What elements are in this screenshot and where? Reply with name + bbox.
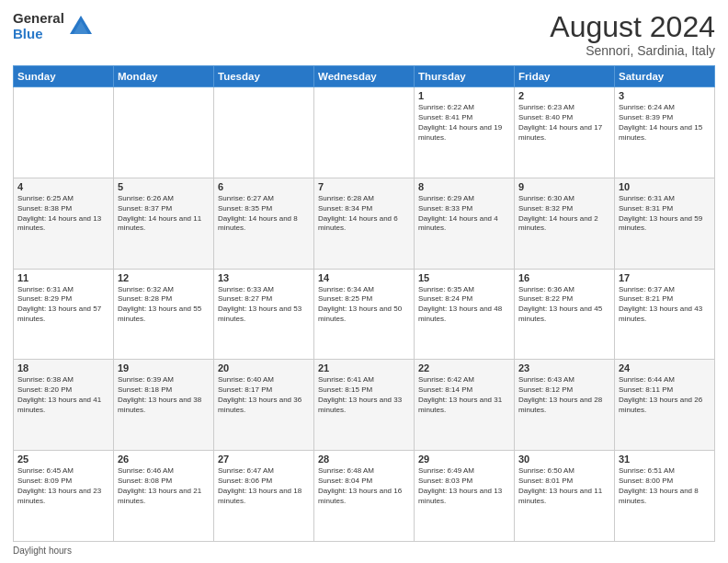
calendar-cell: 21Sunrise: 6:41 AM Sunset: 8:15 PM Dayli…: [314, 360, 415, 451]
day-info: Sunrise: 6:26 AM Sunset: 8:37 PM Dayligh…: [118, 194, 210, 234]
day-info: Sunrise: 6:48 AM Sunset: 8:04 PM Dayligh…: [318, 466, 410, 506]
calendar-cell: 6Sunrise: 6:27 AM Sunset: 8:35 PM Daylig…: [214, 178, 314, 269]
calendar-week-row: 1Sunrise: 6:22 AM Sunset: 8:41 PM Daylig…: [14, 87, 715, 178]
day-number: 20: [218, 362, 310, 373]
calendar-cell: [14, 87, 114, 178]
calendar-week-row: 11Sunrise: 6:31 AM Sunset: 8:29 PM Dayli…: [14, 269, 715, 360]
day-info: Sunrise: 6:47 AM Sunset: 8:06 PM Dayligh…: [218, 466, 310, 506]
day-info: Sunrise: 6:34 AM Sunset: 8:25 PM Dayligh…: [318, 285, 410, 325]
calendar-cell: 26Sunrise: 6:46 AM Sunset: 8:08 PM Dayli…: [114, 451, 214, 542]
calendar-cell: 29Sunrise: 6:49 AM Sunset: 8:03 PM Dayli…: [415, 451, 515, 542]
calendar-header-wednesday: Wednesday: [314, 66, 415, 87]
day-number: 31: [619, 454, 711, 465]
calendar-cell: [314, 87, 415, 178]
day-info: Sunrise: 6:29 AM Sunset: 8:33 PM Dayligh…: [418, 194, 510, 234]
calendar-header-friday: Friday: [515, 66, 615, 87]
calendar-header-saturday: Saturday: [615, 66, 715, 87]
day-info: Sunrise: 6:38 AM Sunset: 8:20 PM Dayligh…: [17, 375, 109, 415]
calendar-cell: 18Sunrise: 6:38 AM Sunset: 8:20 PM Dayli…: [14, 360, 114, 451]
day-info: Sunrise: 6:42 AM Sunset: 8:14 PM Dayligh…: [418, 375, 510, 415]
day-info: Sunrise: 6:40 AM Sunset: 8:17 PM Dayligh…: [218, 375, 310, 415]
day-number: 21: [318, 362, 410, 373]
calendar-cell: 28Sunrise: 6:48 AM Sunset: 8:04 PM Dayli…: [314, 451, 415, 542]
day-info: Sunrise: 6:37 AM Sunset: 8:21 PM Dayligh…: [619, 285, 711, 325]
day-number: 5: [118, 181, 210, 192]
day-info: Sunrise: 6:46 AM Sunset: 8:08 PM Dayligh…: [118, 466, 210, 506]
calendar-cell: 5Sunrise: 6:26 AM Sunset: 8:37 PM Daylig…: [114, 178, 214, 269]
calendar-cell: 13Sunrise: 6:33 AM Sunset: 8:27 PM Dayli…: [214, 269, 314, 360]
day-info: Sunrise: 6:43 AM Sunset: 8:12 PM Dayligh…: [518, 375, 610, 415]
day-number: 4: [17, 181, 109, 192]
calendar-cell: 12Sunrise: 6:32 AM Sunset: 8:28 PM Dayli…: [114, 269, 214, 360]
day-info: Sunrise: 6:31 AM Sunset: 8:31 PM Dayligh…: [619, 194, 711, 234]
calendar-week-row: 18Sunrise: 6:38 AM Sunset: 8:20 PM Dayli…: [14, 360, 715, 451]
day-number: 22: [418, 362, 510, 373]
day-number: 3: [619, 90, 711, 101]
day-info: Sunrise: 6:30 AM Sunset: 8:32 PM Dayligh…: [518, 194, 610, 234]
calendar-cell: [114, 87, 214, 178]
day-info: Sunrise: 6:39 AM Sunset: 8:18 PM Dayligh…: [118, 375, 210, 415]
day-number: 15: [418, 272, 510, 283]
logo: General Blue: [13, 11, 94, 41]
calendar-header-row: SundayMondayTuesdayWednesdayThursdayFrid…: [14, 66, 715, 87]
day-info: Sunrise: 6:50 AM Sunset: 8:01 PM Dayligh…: [518, 466, 610, 506]
calendar-cell: 17Sunrise: 6:37 AM Sunset: 8:21 PM Dayli…: [615, 269, 715, 360]
day-info: Sunrise: 6:27 AM Sunset: 8:35 PM Dayligh…: [218, 194, 310, 234]
calendar-header-monday: Monday: [114, 66, 214, 87]
day-number: 2: [518, 90, 610, 101]
title-block: August 2024 Sennori, Sardinia, Italy: [550, 11, 715, 58]
day-info: Sunrise: 6:35 AM Sunset: 8:24 PM Dayligh…: [418, 285, 510, 325]
day-info: Sunrise: 6:49 AM Sunset: 8:03 PM Dayligh…: [418, 466, 510, 506]
logo-general: General: [13, 11, 64, 27]
calendar-cell: 25Sunrise: 6:45 AM Sunset: 8:09 PM Dayli…: [14, 451, 114, 542]
day-info: Sunrise: 6:45 AM Sunset: 8:09 PM Dayligh…: [17, 466, 109, 506]
day-number: 27: [218, 454, 310, 465]
calendar-cell: 10Sunrise: 6:31 AM Sunset: 8:31 PM Dayli…: [615, 178, 715, 269]
day-number: 9: [518, 181, 610, 192]
day-number: 19: [118, 362, 210, 373]
day-info: Sunrise: 6:51 AM Sunset: 8:00 PM Dayligh…: [619, 466, 711, 506]
day-info: Sunrise: 6:41 AM Sunset: 8:15 PM Dayligh…: [318, 375, 410, 415]
day-info: Sunrise: 6:22 AM Sunset: 8:41 PM Dayligh…: [418, 103, 510, 143]
day-number: 6: [218, 181, 310, 192]
calendar-cell: 20Sunrise: 6:40 AM Sunset: 8:17 PM Dayli…: [214, 360, 314, 451]
calendar-cell: 7Sunrise: 6:28 AM Sunset: 8:34 PM Daylig…: [314, 178, 415, 269]
calendar-cell: 1Sunrise: 6:22 AM Sunset: 8:41 PM Daylig…: [415, 87, 515, 178]
day-info: Sunrise: 6:28 AM Sunset: 8:34 PM Dayligh…: [318, 194, 410, 234]
day-number: 26: [118, 454, 210, 465]
calendar-cell: 11Sunrise: 6:31 AM Sunset: 8:29 PM Dayli…: [14, 269, 114, 360]
calendar-week-row: 4Sunrise: 6:25 AM Sunset: 8:38 PM Daylig…: [14, 178, 715, 269]
day-number: 11: [17, 272, 109, 283]
day-info: Sunrise: 6:23 AM Sunset: 8:40 PM Dayligh…: [518, 103, 610, 143]
calendar-cell: 3Sunrise: 6:24 AM Sunset: 8:39 PM Daylig…: [615, 87, 715, 178]
day-number: 7: [318, 181, 410, 192]
day-number: 18: [17, 362, 109, 373]
day-number: 8: [418, 181, 510, 192]
day-number: 25: [17, 454, 109, 465]
calendar-cell: [214, 87, 314, 178]
calendar-header-sunday: Sunday: [14, 66, 114, 87]
calendar-cell: 2Sunrise: 6:23 AM Sunset: 8:40 PM Daylig…: [515, 87, 615, 178]
day-number: 1: [418, 90, 510, 101]
day-info: Sunrise: 6:31 AM Sunset: 8:29 PM Dayligh…: [17, 285, 109, 325]
day-number: 10: [619, 181, 711, 192]
day-number: 12: [118, 272, 210, 283]
calendar-cell: 9Sunrise: 6:30 AM Sunset: 8:32 PM Daylig…: [515, 178, 615, 269]
calendar-cell: 27Sunrise: 6:47 AM Sunset: 8:06 PM Dayli…: [214, 451, 314, 542]
calendar-cell: 16Sunrise: 6:36 AM Sunset: 8:22 PM Dayli…: [515, 269, 615, 360]
day-number: 13: [218, 272, 310, 283]
calendar-header-thursday: Thursday: [415, 66, 515, 87]
calendar-cell: 8Sunrise: 6:29 AM Sunset: 8:33 PM Daylig…: [415, 178, 515, 269]
day-number: 29: [418, 454, 510, 465]
day-number: 28: [318, 454, 410, 465]
day-info: Sunrise: 6:24 AM Sunset: 8:39 PM Dayligh…: [619, 103, 711, 143]
calendar-cell: 15Sunrise: 6:35 AM Sunset: 8:24 PM Dayli…: [415, 269, 515, 360]
footer-note: Daylight hours: [13, 546, 715, 556]
page: General Blue August 2024 Sennori, Sardin…: [0, 0, 728, 563]
logo-blue: Blue: [13, 27, 64, 42]
calendar-cell: 14Sunrise: 6:34 AM Sunset: 8:25 PM Dayli…: [314, 269, 415, 360]
day-number: 30: [518, 454, 610, 465]
day-number: 16: [518, 272, 610, 283]
day-info: Sunrise: 6:32 AM Sunset: 8:28 PM Dayligh…: [118, 285, 210, 325]
calendar-cell: 19Sunrise: 6:39 AM Sunset: 8:18 PM Dayli…: [114, 360, 214, 451]
